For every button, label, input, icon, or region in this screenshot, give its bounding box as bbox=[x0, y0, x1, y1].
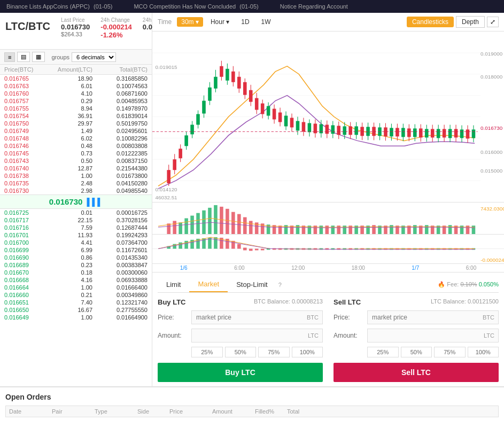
fee-label: Fee: bbox=[447, 281, 459, 287]
time-controls: Time 30m ▾ Hour ▾ 1D 1W bbox=[158, 17, 275, 27]
svg-rect-130 bbox=[214, 205, 218, 234]
sell-amount-input[interactable] bbox=[367, 329, 499, 342]
buy-order-row[interactable]: 0.0166641.000.01666400 bbox=[0, 284, 152, 291]
fee-info: 🔥 Fee: 0.10% 0.050% bbox=[438, 281, 499, 288]
buy-order-row[interactable]: 0.0166491.000.01664900 bbox=[0, 314, 152, 321]
svg-text:0.015000: 0.015000 bbox=[480, 168, 502, 174]
buy-order-row[interactable]: 0.0166890.230.00383847 bbox=[0, 261, 152, 269]
sell-order-row[interactable]: 0.0167491.490.02495601 bbox=[0, 127, 152, 135]
ob-btn-sell[interactable]: ▤ bbox=[17, 52, 30, 62]
buy-order-row[interactable]: 0.01671722.150.37028156 bbox=[0, 216, 152, 224]
tab-limit[interactable]: Limit bbox=[158, 277, 189, 292]
buy-order-row[interactable]: 0.0167167.590.12687444 bbox=[0, 224, 152, 231]
time-label-6am: 6:00 bbox=[234, 265, 244, 271]
buy-pct-50[interactable]: 50% bbox=[225, 347, 257, 357]
time-btn-hour[interactable]: Hour ▾ bbox=[206, 17, 234, 27]
svg-rect-128 bbox=[202, 211, 206, 234]
sell-amount-wrap: LTC bbox=[367, 329, 499, 342]
svg-text:0.019015: 0.019015 bbox=[155, 64, 177, 69]
sell-order-row[interactable]: 0.0167636.010.10074563 bbox=[0, 82, 152, 90]
sell-price-input[interactable] bbox=[367, 310, 499, 324]
sell-order-row[interactable]: 0.0167558.940.14978970 bbox=[0, 105, 152, 112]
svg-text:0.019000: 0.019000 bbox=[480, 51, 502, 56]
svg-rect-193 bbox=[261, 249, 265, 251]
depth-btn[interactable]: Depth bbox=[456, 16, 485, 28]
svg-rect-134 bbox=[237, 214, 241, 234]
time-label-1/7: 1/7 bbox=[412, 265, 419, 271]
sell-order-row[interactable]: 0.0167430.500.00837150 bbox=[0, 157, 152, 165]
buy-order-row[interactable]: 0.0166684.160.06933888 bbox=[0, 276, 152, 284]
candlestick-btn[interactable]: Candlesticks bbox=[407, 17, 454, 27]
sell-order-row[interactable]: 0.0167302.980.04985540 bbox=[0, 187, 152, 194]
expand-btn[interactable]: ⤢ bbox=[487, 17, 499, 27]
buy-order-row[interactable]: 0.01670111.930.19924293 bbox=[0, 231, 152, 239]
svg-rect-141 bbox=[278, 225, 282, 234]
sell-pct-50[interactable]: 50% bbox=[401, 347, 432, 357]
sell-column: Sell LTC LTC Balance: 0.00121500 Price: … bbox=[334, 298, 499, 382]
time-label-12pm: 12:00 bbox=[291, 265, 305, 271]
sell-order-row[interactable]: 0.0167381.000.01673800 bbox=[0, 172, 152, 180]
svg-text:7432.03006: 7432.03006 bbox=[480, 206, 504, 211]
sell-order-row[interactable]: 0.0167570.290.00485953 bbox=[0, 97, 152, 105]
buy-amount-input[interactable] bbox=[191, 329, 323, 342]
buy-price-row: Price: BTC bbox=[158, 310, 323, 324]
buy-price-input[interactable] bbox=[191, 310, 323, 324]
buy-pct-25[interactable]: 25% bbox=[191, 347, 223, 357]
tab-stop-limit[interactable]: Stop-Limit bbox=[228, 277, 276, 292]
svg-rect-136 bbox=[249, 221, 253, 234]
time-btn-30m[interactable]: 30m ▾ bbox=[177, 17, 203, 27]
decimals-select[interactable]: 6 decimals bbox=[72, 52, 116, 62]
bars-icon: ▌▌▌ bbox=[87, 198, 103, 206]
buy-pct-100[interactable]: 100% bbox=[292, 347, 323, 357]
buy-pct-75[interactable]: 75% bbox=[258, 347, 290, 357]
svg-rect-124 bbox=[179, 222, 182, 234]
sell-order-row[interactable]: 0.01675436.910.61839014 bbox=[0, 112, 152, 120]
buy-order-row[interactable]: 0.0166600.210.00349860 bbox=[0, 291, 152, 299]
svg-text:46032.51: 46032.51 bbox=[155, 194, 177, 200]
sell-order-row[interactable]: 0.0167460.480.00803808 bbox=[0, 142, 152, 150]
buy-order-row[interactable]: 0.0166700.180.00300060 bbox=[0, 269, 152, 276]
buy-column: Buy LTC BTC Balance: 0.00008213 Price: B… bbox=[158, 298, 323, 382]
ob-controls: ≡ ▤ ▦ groups 6 decimals bbox=[0, 50, 152, 65]
buy-order-row[interactable]: 0.0167250.010.00016725 bbox=[0, 209, 152, 216]
sell-order-row[interactable]: 0.0167352.480.04150280 bbox=[0, 180, 152, 187]
sell-order-row[interactable]: 0.01674012.870.21544380 bbox=[0, 165, 152, 172]
stop-limit-help[interactable]: ? bbox=[278, 282, 282, 288]
sell-pct-25[interactable]: 25% bbox=[367, 347, 399, 357]
tab-market[interactable]: Market bbox=[189, 277, 228, 292]
volume-chart: 7432.03006 bbox=[152, 202, 504, 235]
svg-rect-126 bbox=[190, 216, 194, 234]
sell-order-row[interactable]: 0.01676518.900.31685850 bbox=[0, 75, 152, 82]
sell-order-row[interactable]: 0.01675029.970.50199750 bbox=[0, 120, 152, 127]
time-btn-1w[interactable]: 1W bbox=[257, 17, 275, 27]
svg-rect-131 bbox=[220, 207, 223, 234]
order-book: LTC/BTC Last Price 0.016730 $264.33 24h … bbox=[0, 13, 152, 386]
svg-rect-129 bbox=[208, 208, 212, 234]
sell-button[interactable]: Sell LTC bbox=[334, 363, 499, 382]
sell-pct-100[interactable]: 100% bbox=[468, 347, 499, 357]
svg-rect-170 bbox=[448, 225, 452, 234]
buy-order-row[interactable]: 0.0166517.400.12321740 bbox=[0, 299, 152, 306]
ob-btn-both[interactable]: ≡ bbox=[4, 52, 15, 62]
svg-rect-189 bbox=[237, 244, 241, 249]
svg-rect-122 bbox=[167, 223, 170, 234]
buy-order-row[interactable]: 0.01665016.670.27755550 bbox=[0, 306, 152, 314]
sell-pct-75[interactable]: 75% bbox=[434, 347, 466, 357]
buy-button[interactable]: Buy LTC bbox=[158, 363, 323, 382]
buy-amount-row: Amount: LTC bbox=[158, 329, 323, 342]
sell-order-row[interactable]: 0.0167450.730.01222385 bbox=[0, 150, 152, 157]
buy-order-row[interactable]: 0.0166900.860.01435340 bbox=[0, 254, 152, 261]
svg-text:0.018000: 0.018000 bbox=[480, 74, 502, 79]
sell-order-row[interactable]: 0.0167604.100.06871600 bbox=[0, 90, 152, 97]
sell-order-row[interactable]: 0.0167486.020.10082296 bbox=[0, 135, 152, 142]
svg-rect-133 bbox=[231, 212, 235, 234]
buy-balance: BTC Balance: 0.00008213 bbox=[254, 298, 323, 305]
time-label-18pm: 18:00 bbox=[352, 265, 365, 271]
time-btn-1d[interactable]: 1D bbox=[237, 17, 253, 27]
ticker-bar: Binance Lists AppCoins (APPC) (01-05) MC… bbox=[0, 0, 504, 13]
buy-order-row[interactable]: 0.0166996.990.11672601 bbox=[0, 246, 152, 254]
buy-order-row[interactable]: 0.0167004.410.07364700 bbox=[0, 239, 152, 246]
change-stat: 24h Change -0.000214 -1.26% bbox=[100, 17, 132, 39]
ob-btn-buy[interactable]: ▦ bbox=[32, 52, 45, 62]
svg-text:-0.000024: -0.000024 bbox=[480, 258, 504, 263]
